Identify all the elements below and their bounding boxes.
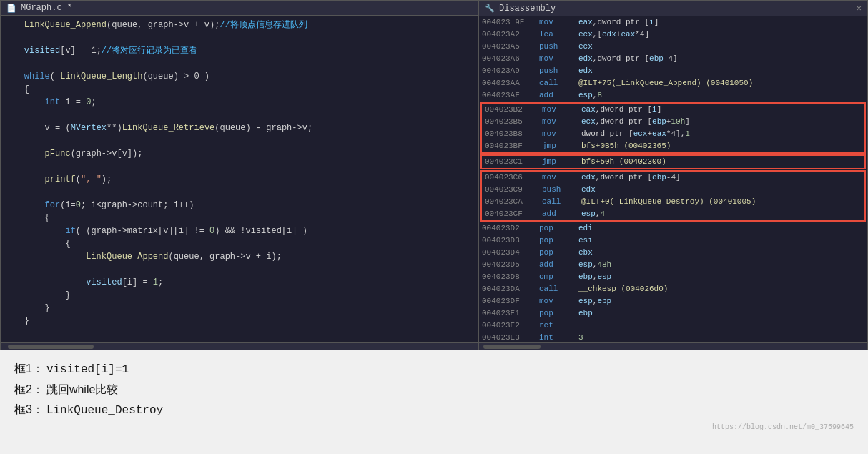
disasm-row: 004023C9 push edx [482,184,864,196]
disasm-row: 004023D3 pop esi [479,235,867,247]
annotation-text-2: 跳回while比较 [46,383,118,395]
disasm-row: 004023AF add esp,8 [479,89,867,102]
box3-highlight: 004023C6 mov edx,dword ptr [ebp-4] 00402… [480,170,866,222]
code-line [1,186,478,199]
annotation-label-1: 框1： [14,362,44,375]
disasm-row: 004023AA call @ILT+75(_LinkQueue_Append)… [479,77,867,89]
code-line [1,160,478,173]
code-scrollbar-thumb[interactable] [8,345,94,349]
annotation-line-2: 框2：跳回while比较 [14,380,854,400]
code-line: visited[v] = 1;//将对应行记录为已查看 [1,44,478,57]
code-line [1,57,478,70]
annotation-text-3: LinkQueue_Destroy [46,404,163,417]
code-line: LinkQueue_Append(queue, graph->v + i); [1,250,478,263]
code-line: visited[i] = 1; [1,276,478,289]
disasm-row: 004023DF mov esp,ebp [479,295,867,307]
disasm-row: 004023B2 mov eax,dword ptr [i] [482,104,864,116]
disasm-scrollbar[interactable] [479,342,867,350]
disasm-content[interactable]: 004023 9F mov eax,dword ptr [i] 004023A2… [479,16,867,342]
disasm-close-icon[interactable]: ✕ [857,3,862,14]
disasm-row: 004023A9 push edx [479,65,867,77]
disasm-row: 004023 9F mov eax,dword ptr [i] [479,16,867,29]
disasm-row: 004023E1 pop ebp [479,307,867,320]
disasm-titlebar: 🔧 Disassembly ✕ [479,1,867,16]
code-line [1,31,478,44]
disasm-row: 004023A2 lea ecx,[edx+eax*4] [479,29,867,41]
code-line: for(i=0; i<graph->count; i++) [1,199,478,212]
code-panel-icon: 📄 [6,4,16,13]
annotation-text-1: visited[i]=1 [46,363,129,376]
code-line [1,109,478,122]
disasm-row: 004023D8 cmp ebp,esp [479,271,867,283]
code-line: } [1,289,478,302]
annotation-label-2: 框2： [14,383,44,395]
disasm-row: 004023D2 pop edi [479,222,867,235]
box2-highlight: 004023C1 jmp bfs+50h (00402300) [480,154,866,169]
code-line: LinkQueue_Append(queue, graph->v + v);//… [1,19,478,31]
bottom-section: 框1：visited[i]=1 框2：跳回while比较 框3：LinkQueu… [0,350,868,437]
code-line: while( LinkQueue_Length(queue) > 0 ) [1,70,478,83]
disasm-icon: 🔧 [485,4,495,13]
annotation-line-3: 框3：LinkQueue_Destroy [14,400,854,420]
code-line: int i = 0; [1,96,478,109]
disasm-row: 004023D4 pop ebx [479,247,867,259]
code-line: if( (graph->matrix[v][i] != 0) && !visit… [1,224,478,237]
watermark: https://blog.csdn.net/m0_37599645 [14,423,854,431]
code-panel-title: MGraph.c * [21,3,72,13]
disasm-row: 004023DA call __chkesp (004026d0) [479,283,867,295]
disasm-row: 004023A5 push ecx [479,41,867,53]
disasm-row: 004023CA call @ILT+0(_LinkQueue_Destroy)… [482,196,864,208]
code-scrollbar[interactable] [1,342,478,350]
code-line: v = (MVertex**)LinkQueue_Retrieve(queue)… [1,122,478,134]
disasm-row: 004023B8 mov dword ptr [ecx+eax*4],1 [482,128,864,140]
box1-highlight: 004023B2 mov eax,dword ptr [i] 004023B5 … [480,102,866,154]
disasm-row: 004023D5 add esp,48h [479,259,867,271]
annotation-line-1: 框1：visited[i]=1 [14,359,854,380]
disasm-title-label: Disassembly [499,4,556,14]
code-line: { [1,83,478,96]
annotation-label-3: 框3： [14,403,44,415]
disasm-scrollbar-thumb[interactable] [483,345,541,349]
disasm-row: 004023A6 mov edx,dword ptr [ebp-4] [479,53,867,65]
code-line [1,134,478,147]
code-line: } [1,302,478,315]
code-line: { [1,237,478,250]
disasm-row: 004023BF jmp bfs+0B5h (00402365) [482,140,864,152]
disasm-row: 004023C1 jmp bfs+50h (00402300) [482,156,864,168]
code-line: } [1,315,478,327]
code-panel: 📄 MGraph.c * LinkQueue_Append(queue, gra… [0,0,479,350]
code-line [1,327,478,340]
disasm-row: 004023E2 ret [479,320,867,332]
code-line: printf(", "); [1,173,478,186]
top-section: 📄 MGraph.c * LinkQueue_Append(queue, gra… [0,0,868,350]
disasm-row: 004023B5 mov ecx,dword ptr [ebp+10h] [482,116,864,128]
disasm-row: 004023E3 int 3 [479,332,867,342]
code-line: { [1,212,478,224]
code-line: pFunc(graph->v[v]); [1,147,478,160]
code-line [1,263,478,276]
disasm-row: 004023C6 mov edx,dword ptr [ebp-4] [482,172,864,184]
code-content[interactable]: LinkQueue_Append(queue, graph->v + v);//… [1,16,478,342]
disasm-title-left: 🔧 Disassembly [485,4,556,14]
code-panel-titlebar: 📄 MGraph.c * [1,1,478,16]
disasm-row: 004023CF add esp,4 [482,208,864,220]
disasm-panel: 🔧 Disassembly ✕ 004023 9F mov eax,dword … [479,0,868,350]
